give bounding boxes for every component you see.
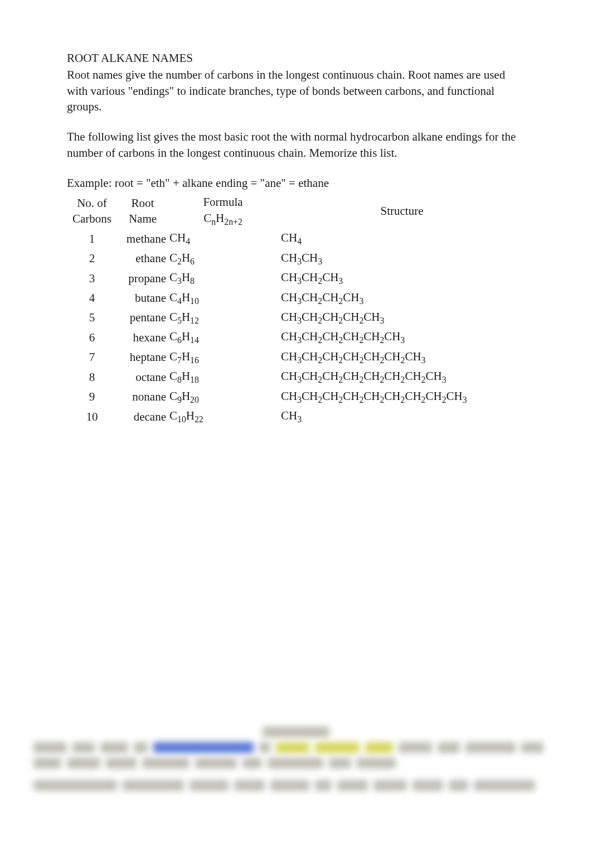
cell-carbons: 7	[67, 348, 117, 367]
cell-name: heptane	[117, 348, 167, 367]
cell-formula: CH4	[167, 229, 279, 248]
cell-structure: CH4	[279, 229, 525, 248]
cell-carbons: 9	[67, 387, 117, 407]
cell-structure: CH3CH2CH2CH3	[279, 288, 525, 308]
cell-carbons: 2	[67, 249, 117, 268]
cell-formula: C9H20	[167, 387, 279, 407]
example-line: Example: root = "eth" + alkane ending = …	[67, 175, 525, 191]
intro-paragraph: Root names give the number of carbons in…	[67, 67, 525, 114]
table-row: 7heptaneC7H16CH3CH2CH2CH2CH2CH2CH3	[67, 348, 525, 367]
table-row: 4butaneC4H10CH3CH2CH2CH3	[67, 288, 525, 308]
cell-formula: C7H16	[167, 348, 279, 367]
cell-carbons: 3	[67, 268, 117, 288]
cell-formula: C3H8	[167, 268, 279, 288]
cell-name: butane	[117, 288, 167, 308]
cell-formula: C10H22	[167, 407, 279, 426]
cell-structure: CH3CH2CH2CH2CH2CH2CH2CH3	[279, 367, 525, 387]
header-structure: Structure	[279, 193, 525, 229]
header-formula: Formula CnH2n+2	[167, 193, 279, 229]
table-row: 3propaneC3H8CH3CH2CH3	[67, 268, 525, 288]
cell-structure: CH3CH2CH3	[279, 268, 525, 288]
table-row: 9nonaneC9H20CH3CH2CH2CH2CH2CH2CH2CH2CH3	[67, 387, 525, 407]
header-name: Root Name	[117, 193, 167, 229]
cell-name: methane	[117, 229, 167, 248]
cell-name: pentane	[117, 308, 167, 327]
note-paragraph: The following list gives the most basic …	[67, 129, 525, 161]
cell-structure: CH3CH2CH2CH2CH2CH2CH2CH2CH3	[279, 387, 525, 407]
cell-formula: C2H6	[167, 249, 279, 268]
cell-carbons: 1	[67, 229, 117, 248]
cell-name: octane	[117, 367, 167, 387]
cell-structure: CH3CH2CH2CH2CH3	[279, 308, 525, 327]
table-row: 5pentaneC5H12CH3CH2CH2CH2CH3	[67, 308, 525, 327]
cell-carbons: 5	[67, 308, 117, 327]
cell-formula: C4H10	[167, 288, 279, 308]
cell-name: decane	[117, 407, 167, 426]
table-row: 6hexaneC6H14CH3CH2CH2CH2CH2CH3	[67, 327, 525, 347]
cell-name: ethane	[117, 249, 167, 268]
table-row: 2ethaneC2H6CH3CH3	[67, 249, 525, 268]
cell-carbons: 6	[67, 327, 117, 347]
cell-name: hexane	[117, 327, 167, 347]
blurred-preview	[33, 722, 559, 795]
cell-formula: C8H18	[167, 367, 279, 387]
table-row: 1methaneCH4CH4	[67, 229, 525, 248]
document-title: ROOT ALKANE NAMES	[67, 50, 525, 66]
cell-name: nonane	[117, 387, 167, 407]
cell-name: propane	[117, 268, 167, 288]
cell-formula: C5H12	[167, 308, 279, 327]
cell-carbons: 8	[67, 367, 117, 387]
cell-formula: C6H14	[167, 327, 279, 347]
cell-carbons: 10	[67, 407, 117, 426]
cell-structure: CH3CH2CH2CH2CH2CH2CH3	[279, 348, 525, 367]
header-carbons: No. of Carbons	[67, 193, 117, 229]
table-row: 8octaneC8H18CH3CH2CH2CH2CH2CH2CH2CH3	[67, 367, 525, 387]
cell-structure: CH3	[279, 407, 525, 426]
cell-carbons: 4	[67, 288, 117, 308]
cell-structure: CH3CH2CH2CH2CH2CH3	[279, 327, 525, 347]
table-row: 10decaneC10H22CH3	[67, 407, 525, 426]
cell-structure: CH3CH3	[279, 249, 525, 268]
alkane-table: No. of Carbons Root Name Formula CnH2n+2…	[67, 193, 525, 426]
